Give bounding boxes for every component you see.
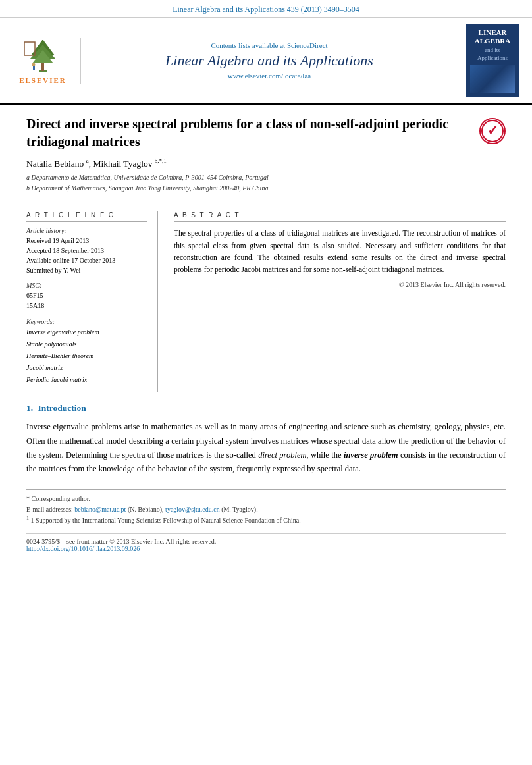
keywords-list: Inverse eigenvalue problem Stable polyno… <box>26 327 147 386</box>
msc-codes: 65F15 15A18 <box>26 290 147 311</box>
top-bar: Linear Algebra and its Applications 439 … <box>0 0 532 18</box>
article-info-abstract: A R T I C L E I N F O Article history: R… <box>26 203 506 392</box>
msc-label: MSC: <box>26 282 147 289</box>
history-label: Article history: <box>26 227 147 234</box>
crossmark: ✓ <box>479 118 506 144</box>
elsevier-wordmark: ELSEVIER <box>19 76 66 84</box>
accepted-date: Accepted 18 September 2013 <box>26 246 147 255</box>
email-1-link[interactable]: bebiano@mat.uc.pt <box>74 506 126 513</box>
footnote-corresponding: * Corresponding author. <box>26 494 506 504</box>
footnote-emails: E-mail addresses: bebiano@mat.uc.pt (N. … <box>26 504 506 515</box>
keyword-5: Periodic Jacobi matrix <box>26 374 147 386</box>
affiliation-a: a Departamento de Matemática, Universida… <box>26 174 269 181</box>
article-title: Direct and inverse spectral problems for… <box>26 115 471 151</box>
keyword-2: Stable polynomials <box>26 338 147 350</box>
msc-code-2: 15A18 <box>26 301 147 311</box>
elsevier-logo: ELSEVIER <box>13 37 72 84</box>
journal-title-block: Contents lists available at ScienceDirec… <box>80 38 458 84</box>
svg-text:✓: ✓ <box>487 123 498 138</box>
footnotes: * Corresponding author. E-mail addresses… <box>26 489 506 526</box>
msc-group: MSC: 65F15 15A18 <box>26 282 147 311</box>
elsevier-tree-icon <box>19 37 66 75</box>
keyword-4: Jacobi matrix <box>26 362 147 374</box>
main-content: Direct and inverse spectral problems for… <box>0 105 532 563</box>
journal-citation-link[interactable]: Linear Algebra and its Applications 439 … <box>173 5 359 14</box>
footnote-1: 1 1 Supported by the International Young… <box>26 515 506 526</box>
available-date: Available online 17 October 2013 <box>26 255 147 265</box>
svg-point-5 <box>32 63 36 66</box>
received-date: Received 19 April 2013 <box>26 236 147 246</box>
sciencedirect-link[interactable]: ScienceDirect <box>287 41 328 49</box>
article-info-header: A R T I C L E I N F O <box>26 211 147 222</box>
doi-line: http://dx.doi.org/10.1016/j.laa.2013.09.… <box>26 545 506 552</box>
abstract: A B S T R A C T The spectral properties … <box>174 211 506 392</box>
svg-rect-6 <box>33 66 35 70</box>
keyword-3: Hermite–Biehler theorem <box>26 350 147 362</box>
email-2-link[interactable]: tyaglov@sjtu.edu.cn <box>165 506 220 513</box>
abstract-header: A B S T R A C T <box>174 211 506 222</box>
journal-cover: LINEAR ALGEBRA and its Applications <box>466 24 519 97</box>
abstract-rights: © 2013 Elsevier Inc. All rights reserved… <box>174 281 506 288</box>
history-group: Article history: Received 19 April 2013 … <box>26 227 147 275</box>
abstract-text: The spectral properties of a class of tr… <box>174 227 506 276</box>
cover-image <box>470 65 515 93</box>
crossmark-svg-icon: ✓ <box>481 119 504 143</box>
contents-line: Contents lists available at ScienceDirec… <box>94 41 444 49</box>
journal-header: ELSEVIER Contents lists available at Sci… <box>0 18 532 105</box>
submitted-by: Submitted by Y. Wei <box>26 265 147 275</box>
intro-paragraph-1: Inverse eigenvalue problems arise in mat… <box>26 420 506 476</box>
doi-link[interactable]: http://dx.doi.org/10.1016/j.laa.2013.09.… <box>26 545 140 552</box>
keywords-group: Keywords: Inverse eigenvalue problem Sta… <box>26 318 147 386</box>
journal-name: Linear Algebra and its Applications <box>94 52 444 69</box>
authors: Natália Bebiano a, Mikhail Tyaglov b,*,1 <box>26 157 506 169</box>
affiliation-b: b Department of Mathematics, Shanghai Ji… <box>26 184 268 192</box>
keyword-1: Inverse eigenvalue problem <box>26 327 147 338</box>
keywords-label: Keywords: <box>26 318 147 325</box>
article-info: A R T I C L E I N F O Article history: R… <box>26 211 158 392</box>
issn-line: 0024-3795/$ – see front matter © 2013 El… <box>26 538 506 545</box>
section-title-intro: 1. Introduction <box>26 403 506 413</box>
affiliations: a Departamento de Matemática, Universida… <box>26 172 506 194</box>
crossmark-icon: ✓ <box>479 118 506 144</box>
bottom-bar: 0024-3795/$ – see front matter © 2013 El… <box>26 533 506 552</box>
msc-code-1: 65F15 <box>26 290 147 301</box>
journal-url[interactable]: www.elsevier.com/locate/laa <box>94 72 444 80</box>
article-title-section: Direct and inverse spectral problems for… <box>26 115 506 151</box>
introduction-section: 1. Introduction Inverse eigenvalue probl… <box>26 403 506 476</box>
